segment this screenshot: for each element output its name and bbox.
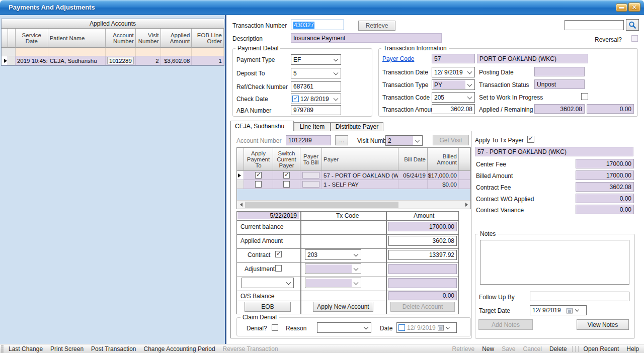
denial-date-checkbox[interactable] <box>398 324 405 331</box>
payment-type-select[interactable]: EF <box>291 54 341 65</box>
cell-bill-date <box>398 180 428 189</box>
statusbar-item-post-transaction[interactable]: Post Transaction <box>91 345 136 352</box>
transaction-date-picker[interactable]: 12/ 9/2019 <box>432 67 475 77</box>
header-spacer <box>8 29 16 48</box>
column-header-account-number[interactable]: Account Number <box>106 29 136 48</box>
deposit-to-select[interactable]: 5 <box>291 68 341 78</box>
column-header-service-date[interactable]: Service Date <box>16 29 48 48</box>
column-header-patient-name[interactable]: Patient Name <box>48 29 106 48</box>
extra-code-select[interactable] <box>305 278 361 288</box>
extra-type-select[interactable] <box>242 278 294 288</box>
delete-account-button[interactable]: Delete Account <box>390 302 455 312</box>
scroll-right-button[interactable] <box>462 201 470 209</box>
horizontal-scrollbar[interactable] <box>237 200 470 209</box>
column-header-payer[interactable]: Payer <box>322 148 398 171</box>
search-button[interactable] <box>626 19 639 31</box>
statusbar-item-open-recent[interactable]: Open Recent <box>584 345 619 352</box>
denial-date-picker[interactable]: 12/ 9/2019 <box>396 322 457 333</box>
scroll-left-icon <box>240 203 243 207</box>
applied-accounts-header-row: Service Date Patient Name Account Number… <box>2 29 224 48</box>
tab-distribute-payer[interactable]: Distribute Payer <box>331 122 383 131</box>
tab-patient[interactable]: CEJA, Sudhanshu <box>230 121 294 131</box>
transaction-number-input[interactable]: 430327 <box>291 20 344 30</box>
apply-to-tx-payer-checkbox[interactable] <box>527 136 534 143</box>
statusbar-item-delete[interactable]: Delete <box>549 345 567 352</box>
search-input[interactable] <box>565 20 624 30</box>
filter-cell[interactable] <box>136 48 161 56</box>
column-header-switch-current-payer[interactable]: Switch Current Payer <box>273 148 300 171</box>
reversal-checkbox[interactable] <box>631 35 638 42</box>
column-header-applied-amount[interactable]: Applied Amount <box>161 29 192 48</box>
statusbar-separator <box>572 346 573 352</box>
filter-cell[interactable] <box>192 48 224 56</box>
aba-number-input[interactable]: 979789 <box>291 105 341 115</box>
table-row[interactable]: 57 - PORT OF OAKLAND (WK 05/24/19 $17,00… <box>237 171 470 180</box>
transaction-date-label: Transaction Date <box>382 69 428 76</box>
work-in-progress-checkbox[interactable] <box>581 93 588 100</box>
visit-number-select[interactable]: 2 <box>385 135 423 146</box>
filter-cell[interactable] <box>48 48 106 56</box>
denial-label: Denial? <box>247 325 267 332</box>
get-visit-button[interactable]: Get Visit <box>433 135 469 145</box>
switch-payer-checkbox[interactable] <box>283 181 290 188</box>
check-date-picker[interactable]: 12/ 8/2019 <box>291 94 341 104</box>
row-selector-cell <box>2 56 8 65</box>
payer-code-link[interactable]: Payer Code <box>382 55 414 62</box>
column-header-visit-number[interactable]: Visit Number <box>136 29 161 48</box>
filter-cell[interactable] <box>16 48 48 56</box>
cell-billed-amount: $0.00 <box>428 180 459 189</box>
applied-accounts-title: Applied Accounts <box>2 19 224 29</box>
apply-new-account-button[interactable]: Apply New Account <box>313 302 373 312</box>
target-date-picker[interactable]: 12/ 9/2019 <box>530 305 587 315</box>
view-notes-button[interactable]: View Notes <box>577 319 629 330</box>
minimize-button[interactable] <box>616 4 627 12</box>
add-notes-button[interactable]: Add Notes <box>478 319 533 330</box>
filter-cell[interactable] <box>106 48 136 56</box>
column-header-payer-to-bill[interactable]: Payer To Bill <box>300 148 322 171</box>
cell-payer: 1 - SELF PAY <box>322 180 398 189</box>
applied-amount-input[interactable]: 3602.08 <box>388 236 457 246</box>
contract-amount-input[interactable]: 13397.92 <box>388 250 457 260</box>
eob-button[interactable]: EOB <box>245 302 291 312</box>
filter-cell[interactable] <box>161 48 192 56</box>
ref-check-number-input[interactable]: 687361 <box>291 81 341 92</box>
follow-up-by-input[interactable] <box>530 292 629 301</box>
close-button[interactable]: ✕ <box>628 3 640 12</box>
table-row[interactable]: 2019 10:45:0 CEJA, Sudhanshu 1012289 2 $… <box>2 56 224 65</box>
notes-textarea[interactable] <box>480 240 629 285</box>
statusbar-item-print-screen[interactable]: Print Screen <box>50 345 84 352</box>
column-header-eob-line-order[interactable]: EOB Line Order <box>192 29 224 48</box>
adjustment-checkbox[interactable] <box>275 265 282 272</box>
denial-reason-select[interactable] <box>317 322 371 333</box>
cell-switch-current-payer <box>273 171 300 180</box>
retrieve-button[interactable]: Retrieve <box>358 21 395 31</box>
scroll-left-button[interactable] <box>237 201 245 209</box>
transaction-type-label: Transaction Type <box>382 81 428 89</box>
scroll-right-icon <box>465 203 468 207</box>
transaction-type-select[interactable]: PY <box>432 79 475 90</box>
column-header-bill-date[interactable]: Bill Date <box>398 148 428 171</box>
switch-payer-checkbox[interactable] <box>283 172 290 179</box>
table-row[interactable]: 1 - SELF PAY $0.00 <box>237 180 470 189</box>
check-date-checkbox[interactable] <box>292 96 299 102</box>
scrollbar-thumb[interactable] <box>245 202 398 208</box>
statusbar-item-new[interactable]: New <box>482 345 494 352</box>
statusbar-item-last-change[interactable]: Last Change <box>9 345 43 352</box>
column-header-billed-amount[interactable]: Billed Amount <box>428 148 459 171</box>
contract-code-select[interactable]: 203 <box>305 249 361 260</box>
tab-line-item[interactable]: Line Item <box>294 122 331 131</box>
billed-amount-label: Billed Amount <box>476 172 513 180</box>
statusbar-item-change-accounting-period[interactable]: Change Accounting Period <box>143 345 215 352</box>
apply-payment-checkbox[interactable] <box>255 181 262 188</box>
contract-checkbox[interactable] <box>275 251 282 257</box>
apply-payment-checkbox[interactable] <box>255 172 262 179</box>
transaction-code-label: Transaction Code <box>382 94 430 101</box>
column-header-apply-payment-to[interactable]: Apply Payment To <box>244 148 273 171</box>
transaction-code-select[interactable]: 205 <box>432 92 475 103</box>
adjustment-code-select[interactable] <box>305 263 361 274</box>
row-selector-cell <box>237 180 244 189</box>
account-lookup-button[interactable]: ... <box>335 135 348 145</box>
transaction-amount-input[interactable]: 3602.08 <box>432 104 475 114</box>
statusbar-item-help[interactable]: Help <box>626 345 639 352</box>
denial-checkbox[interactable] <box>272 324 278 331</box>
